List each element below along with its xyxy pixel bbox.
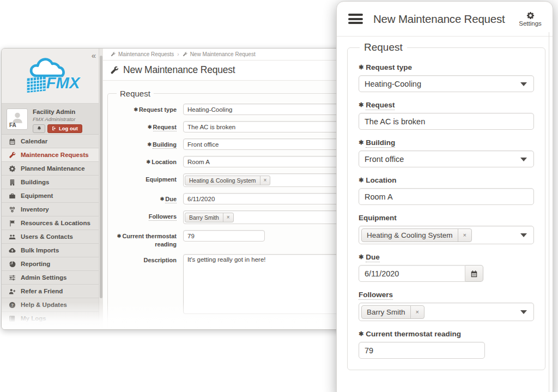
sliders-icon [9, 274, 16, 281]
mobile-header: New Maintenance Request Settings [337, 2, 553, 37]
remove-tag-icon[interactable]: × [223, 213, 233, 222]
sidebar-item-my-logs[interactable]: My Logs [2, 312, 103, 325]
page-title: New Maintenance Request [123, 64, 235, 76]
field-request: ✱Request [116, 121, 347, 132]
avatar-initials: FA [9, 122, 16, 128]
equipment-multiselect[interactable]: Heating & Cooling System × [359, 226, 534, 244]
breadcrumb: Maintenance Requests › New Maintenance R… [103, 49, 361, 61]
sidebar-collapse-icon[interactable]: « [92, 51, 96, 60]
request-label: ✱Request [359, 101, 534, 109]
pie-chart-icon [9, 261, 16, 268]
sidebar-item-refer-a-friend[interactable]: Refer a Friend [2, 285, 103, 298]
sidebar-item-planned-maintenance[interactable]: Planned Maintenance [2, 162, 103, 176]
required-marker: ✱ [117, 233, 122, 239]
due-label: ✱Due [116, 193, 177, 203]
sidebar-item-resources-locations[interactable]: Resources & Locations [2, 216, 103, 230]
hamburger-icon[interactable] [348, 14, 363, 24]
request-type-label: ✱Request type [116, 104, 177, 114]
date-picker-button[interactable] [465, 265, 483, 282]
logout-icon [52, 126, 57, 131]
equipment-tag: Heating & Cooling System × [361, 228, 472, 242]
calendar-icon [470, 270, 478, 278]
sidebar-item-inventory[interactable]: Inventory [2, 203, 103, 216]
request-input[interactable] [359, 113, 534, 130]
description-textarea[interactable]: It's getting really got in here! [183, 254, 341, 314]
bell-icon [37, 126, 42, 131]
mobile-page-title: New Maintenance Request [373, 13, 515, 26]
follower-tag: Barry Smith × [185, 213, 234, 222]
sidebar-item-equipment[interactable]: Equipment [2, 189, 103, 203]
request-type-input[interactable] [183, 104, 341, 115]
sidebar-item-admin-settings[interactable]: Admin Settings [2, 271, 103, 285]
fmx-logo: FMX [22, 57, 83, 97]
required-marker: ✱ [148, 124, 152, 130]
followers-label: Followers [116, 210, 177, 220]
remove-tag-icon[interactable]: × [260, 176, 270, 185]
location-label: ✱Location [116, 156, 177, 166]
users-icon [9, 233, 16, 240]
thermostat-input[interactable] [183, 230, 265, 242]
due-label: ✱Due [359, 253, 534, 261]
followers-multiselect[interactable]: Barry Smith × [359, 303, 534, 321]
location-input[interactable] [183, 156, 341, 167]
building-select[interactable]: Front office [359, 150, 534, 167]
book-icon [9, 315, 16, 322]
sidebar-item-bulk-imports[interactable]: Bulk Imports [2, 244, 103, 257]
question-icon [9, 301, 16, 309]
due-input[interactable] [359, 265, 465, 282]
request-type-label: ✱Request type [359, 63, 534, 71]
mobile-form-legend: Request [360, 41, 407, 53]
sidebar-item-calendar[interactable]: Calendar [2, 135, 103, 148]
chevron-down-icon [520, 310, 527, 314]
field-description: Description It's getting really got in h… [116, 254, 347, 314]
required-marker: ✱ [359, 101, 363, 108]
equipment-label: Equipment [116, 173, 177, 183]
mobile-request-form-section: Request ✱Request type Heating-Cooling ✱R… [347, 41, 545, 370]
thermostat-label: ✱Current thermostat reading [359, 330, 534, 338]
wrench-icon [183, 52, 187, 57]
required-marker: ✱ [147, 159, 151, 165]
settings-button[interactable]: Settings [515, 11, 545, 27]
followers-label: Followers [359, 291, 534, 299]
logo-text: FMX [46, 74, 81, 92]
due-input[interactable] [183, 193, 341, 204]
remove-tag-icon[interactable]: × [410, 306, 424, 318]
logout-button[interactable]: Log out [47, 124, 82, 133]
sidebar-item-maintenance-requests[interactable]: Maintenance Requests [2, 148, 103, 162]
sidebar-item-reporting[interactable]: Reporting [2, 257, 103, 271]
thermostat-input[interactable] [359, 342, 485, 359]
follower-tag: Barry Smith × [361, 305, 424, 319]
followers-multiselect[interactable]: Barry Smith × [183, 210, 341, 224]
notifications-button[interactable] [33, 124, 45, 133]
location-input[interactable] [359, 188, 534, 205]
equipment-multiselect[interactable]: Heating & Cooling System × [183, 173, 341, 187]
sidebar-item-users-contacts[interactable]: Users & Contacts [2, 230, 103, 244]
field-followers: Followers Barry Smith × [116, 210, 347, 224]
sidebar-scrollbar-thumb[interactable] [100, 56, 102, 298]
request-input[interactable] [183, 121, 341, 132]
calendar-icon [9, 138, 16, 145]
mobile-scrollbar[interactable] [549, 32, 549, 392]
required-marker: ✱ [147, 142, 151, 147]
chevron-down-icon [520, 82, 527, 86]
building-label: ✱Building [359, 138, 534, 147]
building-input[interactable] [183, 138, 341, 150]
breadcrumb-maintenance-requests[interactable]: Maintenance Requests [118, 51, 174, 57]
required-marker: ✱ [359, 64, 363, 70]
request-label: ✱Request [116, 121, 177, 131]
sidebar-item-help-updates[interactable]: Help & Updates [2, 298, 103, 312]
sidebar: « FMX FA Facility Admin FMX Admini [2, 49, 103, 329]
breadcrumb-new-maintenance-request: New Maintenance Request [190, 51, 256, 57]
gears-cluster-icon [9, 206, 16, 213]
sidebar-logo-section: « FMX [2, 49, 103, 104]
request-type-select[interactable]: Heating-Cooling [359, 75, 534, 92]
mobile-app-panel: New Maintenance Request Settings Request… [336, 1, 553, 392]
equipment-label: Equipment [359, 214, 534, 222]
remove-tag-icon[interactable]: × [458, 229, 471, 242]
sidebar-scrollbar[interactable] [99, 49, 103, 329]
thermostat-label: ✱Current thermostat reading [116, 230, 177, 248]
required-marker: ✱ [359, 177, 363, 183]
gear-icon [526, 11, 535, 20]
sidebar-item-buildings[interactable]: Buildings [2, 176, 103, 189]
breadcrumb-separator: › [177, 51, 179, 57]
